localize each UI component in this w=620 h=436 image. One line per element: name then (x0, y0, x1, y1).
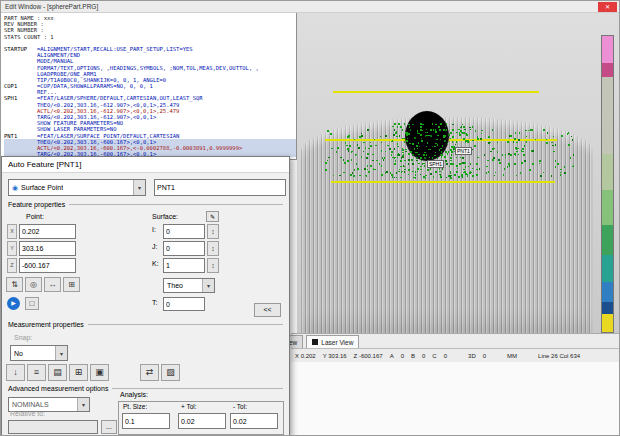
status-segment: 3D (468, 353, 476, 359)
status-segment: A (390, 353, 394, 359)
theo-value: Theo (167, 282, 183, 289)
z-axis-button[interactable]: Z (7, 258, 17, 273)
dialog-title: Auto Feature [PNT1] (8, 160, 81, 169)
plus-tol-field[interactable] (178, 413, 226, 429)
section-measurement-properties-label: Measurement properties (8, 321, 84, 328)
status-segment: X 0.202 (295, 353, 316, 359)
grid-snap-button[interactable]: ⊞ (63, 277, 80, 292)
point-toolbar: ⇅◎↔⊞ (6, 277, 80, 292)
code-lines: PART NAME : xxxREV NUMBER : SER NUMBER :… (4, 15, 296, 157)
measure-toggle-button[interactable]: ▶ (7, 297, 20, 310)
x-field[interactable] (19, 224, 76, 239)
k-field[interactable] (163, 258, 205, 273)
laser-swap-button[interactable]: ⇄ (140, 364, 159, 381)
swap-axes-button[interactable]: ↔ (44, 277, 61, 292)
laser-mask-button[interactable]: ▨ (161, 364, 180, 381)
tab-laser-view-label: Laser View (321, 339, 353, 346)
minus-tol-field[interactable] (230, 413, 278, 429)
surface-label: Surface: (152, 213, 178, 220)
pt-size-label: Pt. Size: (123, 403, 147, 410)
view-tab-bar: ew Laser View (291, 333, 620, 348)
color-scale-segment (602, 77, 613, 154)
i-field[interactable] (163, 224, 205, 239)
t-label: T: (152, 299, 157, 306)
snap-select[interactable]: No ▾ (10, 345, 68, 361)
edit-window[interactable]: PART NAME : xxxREV NUMBER : SER NUMBER :… (1, 13, 297, 160)
feature-name-input[interactable] (154, 179, 286, 196)
scan-down-button[interactable]: ↓ (6, 364, 25, 381)
relative-to-label: Relative to: (10, 410, 45, 417)
chevron-down-icon[interactable]: ▾ (55, 346, 67, 360)
color-scale-segment (602, 36, 613, 63)
window-title: Edit Window - [spherePart.PRG] (5, 3, 98, 10)
graphics-view[interactable]: SPH1 PNT1 (297, 13, 620, 333)
section-measurement-properties: Measurement properties (8, 321, 283, 328)
dialog-titlebar[interactable]: Auto Feature [PNT1] (2, 157, 289, 173)
feature-type-value: Surface Point (21, 184, 63, 191)
feature-label-pnt1: PNT1 (455, 147, 472, 155)
snap-value: No (14, 350, 23, 357)
edit-icon[interactable]: ✎ (206, 211, 219, 222)
feature-label-sph1: SPH1 (427, 160, 444, 168)
status-segment: Z -600.167 (354, 353, 383, 359)
color-scale-segment (602, 314, 613, 332)
status-segment: MM (507, 353, 517, 359)
t-field[interactable] (163, 297, 205, 311)
app-window: Edit Window - [spherePart.PRG] ✕ SPH1 PN… (0, 0, 620, 436)
relative-to-field[interactable] (8, 420, 98, 434)
theo-select[interactable]: Theo ▾ (163, 278, 215, 293)
scan-region-button[interactable]: ▣ (90, 364, 109, 381)
scan-line-top (333, 91, 539, 93)
scan-lines-button[interactable]: ≡ (27, 364, 46, 381)
status-segment: 0 (422, 353, 425, 359)
main-titlebar: Edit Window - [spherePart.PRG] ✕ (1, 1, 619, 13)
scan-points (325, 121, 573, 185)
minus-tol-label: - Tol: (233, 403, 247, 410)
j-spinner[interactable]: ↕ (207, 241, 219, 256)
chevron-down-icon[interactable]: ▾ (77, 398, 89, 411)
status-segment: B (411, 353, 415, 359)
color-scale-segment (602, 255, 613, 282)
scan-patch-button[interactable]: ⊞ (69, 364, 88, 381)
analysis-box: Pt. Size: + Tol: - Tol: (118, 401, 284, 435)
tab-laser-view[interactable]: Laser View (306, 335, 359, 348)
pt-size-field[interactable] (122, 413, 170, 429)
section-feature-properties-label: Feature properties (8, 201, 65, 208)
status-segment: C (432, 353, 436, 359)
j-field[interactable] (163, 241, 205, 256)
vector-target-button[interactable]: ◎ (25, 277, 42, 292)
i-label: I: (152, 226, 156, 233)
scan-grid-button[interactable]: ▤ (48, 364, 67, 381)
surface-point-icon: ◉ (12, 184, 18, 192)
color-scale (601, 35, 614, 333)
status-segment: Line 26 Col 634 (538, 353, 580, 359)
k-spinner[interactable]: ↕ (207, 258, 219, 273)
tab-graphics-view-label: ew (289, 339, 297, 346)
meas-toolbar: ↓≡▤⊞▣ (6, 364, 109, 381)
color-scale-segment (602, 63, 613, 78)
browse-button[interactable]: ... (101, 420, 117, 434)
status-bar: X 0.202Y 303.16Z -600.167A0B0C03D0MMLine… (291, 348, 620, 362)
status-segment: 0 (483, 353, 486, 359)
flip-vector-button[interactable]: ⇅ (6, 277, 23, 292)
point-label: Point: (26, 213, 44, 220)
laser-view-icon (312, 339, 318, 345)
chevron-down-icon[interactable]: ▾ (202, 279, 214, 292)
i-spinner[interactable]: ↕ (207, 224, 219, 239)
chevron-down-icon[interactable]: ▾ (133, 180, 145, 195)
x-axis-button[interactable]: X (7, 224, 17, 239)
status-segment: Y 303.16 (323, 353, 347, 359)
feature-type-select[interactable]: ◉ Surface Point ▾ (8, 179, 146, 196)
status-segment: 0 (444, 353, 447, 359)
color-scale-segment (602, 190, 613, 226)
collapse-button[interactable]: << (254, 303, 281, 317)
window-close-button[interactable]: ✕ (598, 2, 617, 12)
analysis-label: Analysis: (120, 391, 148, 398)
z-field[interactable] (19, 258, 76, 273)
bounding-box-button[interactable]: □ (25, 297, 39, 310)
j-label: J: (152, 243, 157, 250)
snap-label: Snap: (14, 334, 32, 341)
y-axis-button[interactable]: Y (7, 241, 17, 256)
auto-feature-dialog: Auto Feature [PNT1] ◉ Surface Point ▾ Fe… (1, 156, 290, 436)
y-field[interactable] (19, 241, 76, 256)
